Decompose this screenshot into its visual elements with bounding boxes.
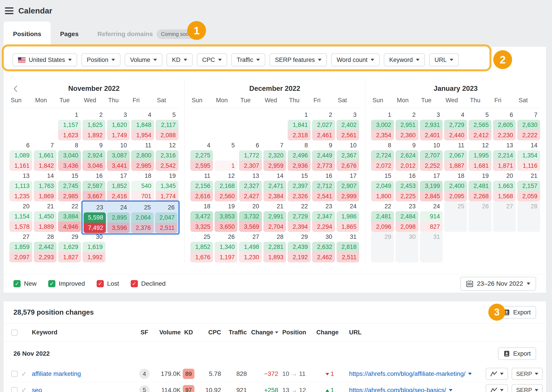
keyword-link[interactable]: seo	[32, 387, 137, 392]
filter-word-count-button[interactable]: Word count	[331, 53, 380, 66]
day-cell[interactable]: 232,3472,294	[312, 201, 335, 232]
day-cell[interactable]: 282,2811,893	[263, 232, 286, 262]
position-history-chart-button[interactable]	[486, 368, 508, 380]
day-cell[interactable]: 122,3162,542	[156, 140, 179, 171]
column-header-kd[interactable]: KD	[181, 329, 196, 336]
day-cell[interactable]: 61,7722,307	[239, 140, 262, 171]
day-cell[interactable]: 13,0022,354	[371, 110, 394, 140]
day-cell[interactable]: 222,4812,096	[371, 201, 394, 232]
day-cell[interactable]: 83,0403,436	[58, 140, 81, 171]
keyword-link[interactable]: affiliate marketing	[32, 370, 137, 378]
day-cell[interactable]: 301,6191,992	[83, 232, 105, 262]
url-link[interactable]: https://ahrefs.com/blog/affiliate-market…	[349, 370, 465, 378]
column-header-url[interactable]: URL	[343, 329, 484, 336]
day-cell[interactable]: 82,4962,936	[288, 140, 310, 171]
day-cell[interactable]: 262,0472,511	[155, 203, 177, 233]
day-cell[interactable]: 191,3451,774	[156, 171, 179, 201]
day-cell[interactable]: 121,9951,681	[469, 140, 491, 171]
legend-checkbox-new[interactable]: ✓New	[14, 280, 36, 287]
tab-pages[interactable]: Pages	[51, 21, 88, 47]
serp-button[interactable]: SERP	[512, 384, 543, 392]
day-cell[interactable]: 171,8522,416	[107, 171, 130, 201]
day-cell[interactable]: 142,4712,384	[263, 171, 286, 201]
day-cell[interactable]: 212,9912,704	[263, 201, 286, 232]
day-cell[interactable]: 235,5987,492	[84, 203, 106, 233]
tab-referring-domains[interactable]: Referring domains Coming soon	[88, 21, 205, 47]
day-cell[interactable]: 31	[420, 232, 443, 262]
filter-kd-button[interactable]: KD	[166, 53, 193, 66]
day-cell[interactable]: 223,8844,946	[58, 201, 81, 234]
day-cell[interactable]: 141,7631,869	[34, 171, 57, 201]
day-cell[interactable]: 212,1572,059	[517, 171, 540, 201]
row-checkbox[interactable]	[11, 387, 17, 392]
column-header-change[interactable]: Change	[247, 329, 278, 336]
row-checkbox[interactable]	[11, 371, 17, 377]
day-cell[interactable]: 203,7323,569	[239, 201, 262, 232]
day-cell[interactable]: 22,9512,360	[395, 110, 418, 140]
filter-serp-features-button[interactable]: SERP features	[269, 53, 327, 66]
filter-keyword-button[interactable]: Keyword	[384, 53, 425, 66]
day-cell[interactable]: 112,1562,616	[190, 171, 213, 201]
day-cell[interactable]: 52,5652,412	[469, 110, 491, 140]
day-cell[interactable]: 261,3401,197	[214, 232, 237, 262]
day-cell[interactable]: 92,4492,773	[312, 140, 335, 171]
day-cell[interactable]: 29	[371, 232, 394, 262]
hamburger-menu-icon[interactable]	[5, 7, 14, 14]
day-cell[interactable]: 61,0891,161	[9, 140, 32, 171]
day-cell[interactable]: 211,4501,889	[34, 201, 57, 234]
day-cell[interactable]: 30	[395, 232, 418, 262]
day-cell[interactable]: 22,0272,461	[312, 110, 335, 140]
position-history-chart-button[interactable]	[486, 384, 508, 392]
day-cell[interactable]: 18540701	[131, 171, 154, 201]
column-header-cpc[interactable]: CPC	[196, 329, 221, 336]
day-cell[interactable]: 122,1682,560	[214, 171, 237, 201]
chevron-down-icon[interactable]	[449, 389, 452, 391]
day-cell[interactable]: 312,8182,511	[337, 232, 359, 262]
column-header-traffic[interactable]: Traffic	[221, 329, 247, 336]
filter-country-button[interactable]: United States	[13, 53, 77, 66]
day-cell[interactable]: 152,3972,326	[288, 171, 310, 201]
day-cell[interactable]: 112,0671,887	[444, 140, 467, 171]
legend-checkbox-lost[interactable]: ✓Lost	[97, 280, 119, 287]
url-link[interactable]: https://ahrefs.com/blog/seo-basics/	[349, 387, 446, 392]
day-cell[interactable]: 183,4723,325	[190, 201, 213, 232]
day-cell[interactable]: 42,7292,440	[444, 110, 467, 140]
column-header-keyword[interactable]: Keyword	[32, 329, 137, 336]
day-cell[interactable]: 103,0873,441	[107, 140, 130, 171]
prev-month-button[interactable]	[11, 84, 20, 93]
day-cell[interactable]: 291,6291,827	[58, 232, 81, 262]
day-cell[interactable]: 11,8412,318	[288, 110, 310, 140]
day-cell[interactable]: 72,6302,222	[517, 110, 540, 140]
filter-cpc-button[interactable]: CPC	[197, 53, 227, 66]
day-cell[interactable]: 182,4002,095	[444, 171, 467, 201]
day-cell[interactable]: 24914827	[420, 201, 443, 232]
day-cell[interactable]: 25	[444, 201, 467, 232]
day-cell[interactable]: 41,8481,954	[131, 110, 154, 140]
day-cell[interactable]: 242,8953,596	[107, 203, 130, 233]
column-header-position-change[interactable]: Change	[316, 329, 343, 336]
chevron-down-icon[interactable]	[468, 373, 472, 375]
day-cell[interactable]: 72,3202,959	[263, 140, 286, 171]
tab-positions[interactable]: Positions	[4, 21, 51, 47]
day-cell[interactable]: 131,1131,235	[9, 171, 32, 201]
day-cell[interactable]: 132,2141,871	[493, 140, 516, 171]
day-cell[interactable]: 162,4532,225	[395, 171, 418, 201]
day-cell[interactable]: 31,6201,749	[107, 110, 130, 140]
column-header-volume[interactable]: Volume	[152, 329, 181, 336]
legend-checkbox-improved[interactable]: ✓Improved	[48, 280, 85, 287]
day-cell[interactable]: 302,6322,462	[312, 232, 335, 262]
day-cell[interactable]: 173,1992,845	[420, 171, 443, 201]
group-export-button[interactable]: Export	[498, 347, 536, 360]
date-range-button[interactable]: 23–26 Nov 2022	[460, 277, 536, 291]
day-cell[interactable]: 252,0642,376	[131, 203, 153, 233]
day-cell[interactable]: 172,9072,999	[337, 171, 359, 201]
day-cell[interactable]: 292,4392,192	[288, 232, 310, 262]
day-cell[interactable]: 162,7122,541	[312, 171, 335, 201]
day-cell[interactable]: 162,5873,667	[83, 171, 105, 201]
day-cell[interactable]: 92,9243,046	[83, 140, 105, 171]
filter-traffic-button[interactable]: Traffic	[231, 53, 265, 66]
day-cell[interactable]: 82,7242,072	[371, 140, 394, 171]
day-cell[interactable]: 102,3672,676	[337, 140, 359, 171]
day-cell[interactable]: 112,8002,985	[131, 140, 154, 171]
day-cell[interactable]: 32,9312,401	[420, 110, 443, 140]
